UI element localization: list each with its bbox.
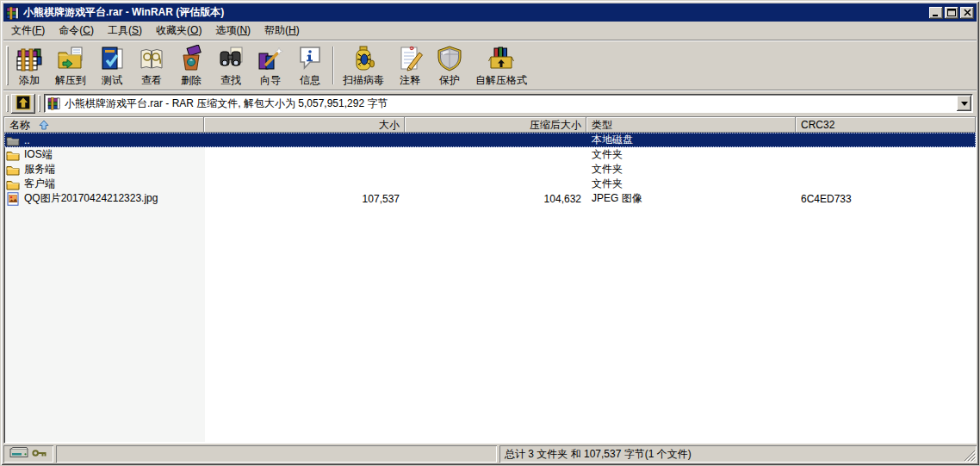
file-packed-size-cell xyxy=(405,133,586,147)
file-row[interactable]: .. 本地磁盘 xyxy=(4,133,976,147)
title-bar: 小熊棋牌游戏平台.rar - WinRAR (评估版本) xyxy=(3,3,977,22)
file-packed-size-cell: 104,632 xyxy=(405,191,586,206)
toolbar-button-wizard[interactable]: 向导 xyxy=(251,43,290,88)
key-icon[interactable] xyxy=(32,448,47,461)
column-header-1[interactable]: 大小 xyxy=(204,117,405,133)
file-type-cell: 文件夹 xyxy=(586,147,796,162)
file-crc32-cell xyxy=(796,177,976,191)
maximize-button[interactable] xyxy=(945,7,958,19)
file-name-cell: 服务端 xyxy=(4,162,204,177)
file-row[interactable]: IOS端 文件夹 xyxy=(4,147,976,162)
menu-item-n[interactable]: 选项(N) xyxy=(208,21,257,40)
file-name: IOS端 xyxy=(24,147,53,162)
toolbar-button-label: 向导 xyxy=(260,73,281,88)
file-type-cell: 本地磁盘 xyxy=(586,133,796,147)
addressbar-gripper[interactable] xyxy=(6,95,9,112)
view-icon xyxy=(138,45,165,72)
file-crc32-cell xyxy=(796,147,976,162)
totals-text: 总计 3 文件夹 和 107,537 字节(1 个文件) xyxy=(505,447,692,462)
toolbar-button-label: 查找 xyxy=(220,73,241,88)
winrar-books-icon xyxy=(6,6,20,20)
file-row[interactable]: 客户端 文件夹 xyxy=(4,177,976,191)
test-icon xyxy=(98,45,126,72)
file-size-cell xyxy=(204,177,405,191)
toolbar-button-label: 查看 xyxy=(141,73,162,88)
menu-bar: 文件(F)命令(C)工具(S)收藏夹(O)选项(N)帮助(H) xyxy=(3,22,977,40)
close-button[interactable] xyxy=(960,7,974,19)
menu-item-s[interactable]: 工具(S) xyxy=(101,21,149,40)
column-header-label: 类型 xyxy=(592,118,612,133)
find-icon xyxy=(217,45,245,72)
file-crc32-cell: 6C4ED733 xyxy=(796,191,976,206)
combobox-dropdown-button[interactable] xyxy=(957,96,971,111)
toolbar-button-virus-scan[interactable]: 扫描病毒 xyxy=(337,43,390,88)
info-icon xyxy=(296,45,324,72)
resize-grip-icon[interactable] xyxy=(964,450,976,462)
toolbar-button-sfx[interactable]: 自解压格式 xyxy=(469,43,533,88)
column-header-0[interactable]: 名称 xyxy=(4,117,204,133)
menu-item-o[interactable]: 收藏夹(O) xyxy=(149,21,208,40)
toolbar-gripper[interactable] xyxy=(6,46,9,85)
column-headers: 名称大小压缩后大小类型CRC32 xyxy=(4,117,976,133)
drive-icon[interactable] xyxy=(9,447,28,462)
up-one-level-button[interactable] xyxy=(11,94,35,114)
archive-path-combobox[interactable]: 小熊棋牌游戏平台.rar - RAR 压缩文件, 解包大小为 5,057,951… xyxy=(44,94,973,113)
column-header-3[interactable]: 类型 xyxy=(586,117,796,133)
toolbar-button-info[interactable]: 信息 xyxy=(290,43,330,88)
menu-item-c[interactable]: 命令(C) xyxy=(52,21,101,40)
status-bar: 总计 3 文件夹 和 107,537 字节(1 个文件) xyxy=(3,444,977,463)
file-size-cell xyxy=(204,133,405,147)
file-row[interactable]: 服务端 文件夹 xyxy=(4,162,976,177)
file-name-cell: IOS端 xyxy=(4,147,204,162)
toolbar-separator xyxy=(332,47,334,84)
file-size-cell xyxy=(204,162,405,177)
window-controls xyxy=(929,7,974,19)
toolbar-button-label: 删除 xyxy=(181,73,202,88)
winrar-books-icon xyxy=(47,96,61,110)
toolbar-button-label: 解压到 xyxy=(55,73,86,88)
minimize-button[interactable] xyxy=(929,7,943,19)
toolbar-button-view[interactable]: 查看 xyxy=(132,43,171,88)
sfx-icon xyxy=(487,45,515,72)
window-title: 小熊棋牌游戏平台.rar - WinRAR (评估版本) xyxy=(23,5,929,20)
menu-item-h[interactable]: 帮助(H) xyxy=(257,21,307,40)
toolbar-button-label: 自解压格式 xyxy=(475,73,527,88)
file-row[interactable]: QQ图片20170424212323.jpg 107,537 104,632 J… xyxy=(4,191,976,206)
delete-icon xyxy=(177,45,205,72)
file-packed-size-cell xyxy=(405,177,586,191)
file-name: 客户端 xyxy=(24,177,55,191)
toolbar-button-protect[interactable]: 保护 xyxy=(430,43,469,88)
virus-scan-icon xyxy=(350,45,377,72)
column-header-2[interactable]: 压缩后大小 xyxy=(405,117,586,133)
menu-item-f[interactable]: 文件(F) xyxy=(4,21,52,40)
file-name-cell: QQ图片20170424212323.jpg xyxy=(4,191,204,206)
file-name: .. xyxy=(24,134,30,146)
combo-gripper[interactable] xyxy=(38,95,40,112)
toolbar-button-add-archive[interactable]: 添加 xyxy=(9,43,49,88)
wizard-icon xyxy=(257,45,284,72)
toolbar-button-delete[interactable]: 删除 xyxy=(171,43,211,88)
folder-icon xyxy=(6,148,20,162)
folder-icon xyxy=(6,177,20,191)
column-header-label: 大小 xyxy=(379,118,400,133)
toolbar-button-comment[interactable]: 注释 xyxy=(390,43,430,88)
file-size-cell: 107,537 xyxy=(204,191,405,206)
toolbar-button-find[interactable]: 查找 xyxy=(211,43,251,88)
statusbar-totals-panel: 总计 3 文件夹 和 107,537 字节(1 个文件) xyxy=(499,445,977,463)
file-name-cell: .. xyxy=(4,133,204,147)
add-archive-icon xyxy=(16,45,43,72)
folder-up-icon xyxy=(6,134,20,147)
protect-icon xyxy=(436,45,463,72)
toolbar-button-test[interactable]: 测试 xyxy=(92,43,132,88)
column-header-label: 名称 xyxy=(9,118,30,133)
column-header-label: 压缩后大小 xyxy=(530,118,581,133)
column-header-4[interactable]: CRC32 xyxy=(796,117,976,133)
extract-to-icon xyxy=(57,45,84,72)
file-crc32-cell xyxy=(796,162,976,177)
toolbar-button-extract-to[interactable]: 解压到 xyxy=(49,43,92,88)
toolbar-button-label: 测试 xyxy=(102,73,122,88)
file-type-cell: 文件夹 xyxy=(586,177,796,191)
statusbar-icons-panel xyxy=(3,445,53,463)
file-size-cell xyxy=(204,147,405,162)
toolbar-button-label: 注释 xyxy=(400,73,420,88)
